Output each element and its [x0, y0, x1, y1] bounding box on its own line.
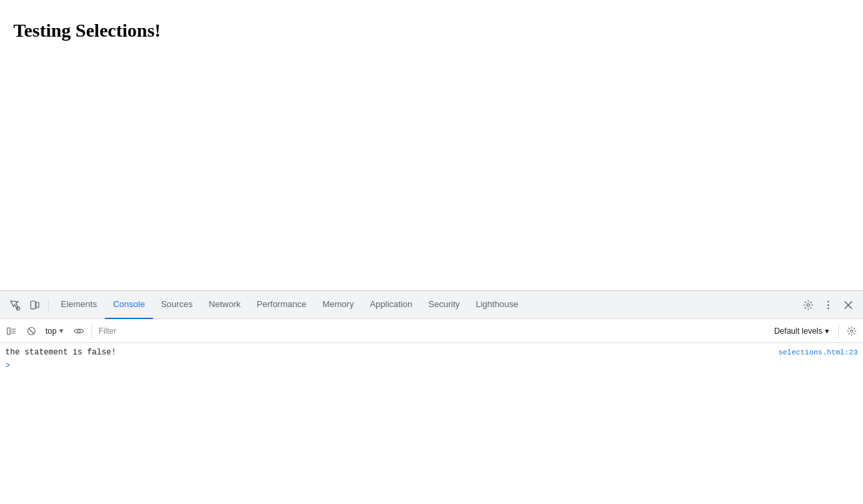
- clear-console-button[interactable]: [23, 322, 40, 340]
- tab-elements[interactable]: Elements: [53, 291, 105, 319]
- live-expressions-button[interactable]: [70, 322, 88, 340]
- svg-rect-2: [36, 302, 39, 308]
- devtools-panel: Elements Console Sources Network Perform…: [0, 290, 863, 504]
- tab-console[interactable]: Console: [105, 291, 153, 319]
- tab-application[interactable]: Application: [362, 291, 421, 319]
- context-selector[interactable]: top ▼: [43, 322, 67, 340]
- console-toolbar: top ▼ Default levels ▾: [0, 319, 863, 343]
- tab-security[interactable]: Security: [420, 291, 468, 319]
- context-selector-arrow: ▼: [58, 327, 65, 334]
- page-title: Testing Selections!: [13, 20, 850, 41]
- close-devtools-button[interactable]: [839, 296, 858, 314]
- console-toolbar-divider: [92, 324, 92, 338]
- toolbar-divider: [48, 298, 49, 312]
- inspect-element-button[interactable]: [5, 296, 24, 314]
- more-options-button[interactable]: [819, 296, 838, 314]
- context-selector-text: top: [45, 326, 57, 336]
- tab-sources[interactable]: Sources: [153, 291, 201, 319]
- console-right-divider: [838, 324, 839, 338]
- console-log-source[interactable]: selections.html:23: [778, 348, 858, 356]
- devtools-tabs: Elements Console Sources Network Perform…: [53, 291, 798, 319]
- svg-point-6: [828, 304, 829, 305]
- svg-point-15: [850, 330, 853, 332]
- svg-rect-8: [7, 328, 10, 334]
- settings-button[interactable]: [799, 296, 818, 314]
- console-log-row: the statement is false! selections.html:…: [0, 346, 863, 359]
- svg-line-13: [29, 328, 34, 334]
- devtools-toolbar: Elements Console Sources Network Perform…: [0, 291, 863, 319]
- page-content: Testing Selections!: [0, 0, 863, 290]
- console-settings-button[interactable]: [843, 322, 860, 340]
- tab-lighthouse[interactable]: Lighthouse: [468, 291, 526, 319]
- tab-performance[interactable]: Performance: [248, 291, 314, 319]
- svg-point-3: [33, 307, 33, 308]
- show-console-sidebar-button[interactable]: [3, 322, 20, 340]
- default-levels-button[interactable]: Default levels ▾: [769, 322, 834, 340]
- tab-memory[interactable]: Memory: [315, 291, 362, 319]
- console-log-text: the statement is false!: [5, 348, 116, 357]
- svg-point-14: [77, 329, 79, 332]
- console-output: the statement is false! selections.html:…: [0, 343, 863, 504]
- device-toolbar-button[interactable]: [25, 296, 44, 314]
- default-levels-arrow: ▾: [825, 326, 829, 336]
- tab-network[interactable]: Network: [201, 291, 249, 319]
- default-levels-label: Default levels: [774, 326, 822, 336]
- devtools-right-icons: [799, 296, 858, 314]
- filter-input[interactable]: [96, 323, 766, 339]
- console-prompt-row[interactable]: >: [0, 359, 863, 372]
- svg-point-5: [828, 300, 829, 302]
- console-chevron: >: [5, 361, 10, 370]
- svg-point-7: [828, 307, 829, 308]
- svg-point-4: [807, 304, 810, 306]
